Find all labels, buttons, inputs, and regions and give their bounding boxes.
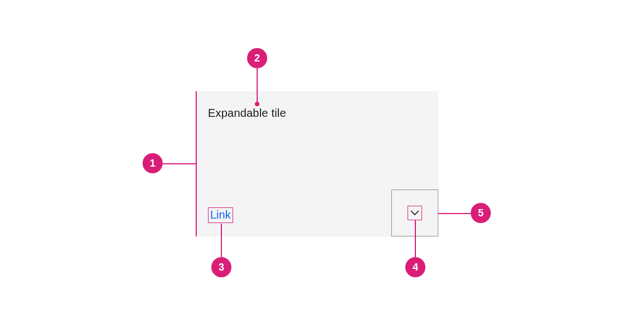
tile-title: Expandable tile [208,107,286,120]
annotation-4-leader [415,220,416,258]
annotation-3-leader [221,224,222,258]
chevron-down-icon [408,206,422,220]
annotation-badge-5-label: 5 [478,207,484,219]
annotation-badge-2-label: 2 [254,53,260,64]
annotation-2-leader [257,68,258,103]
expandable-tile[interactable]: Expandable tile Link [197,91,438,236]
annotation-1-bar [196,91,197,236]
annotation-badge-2: 2 [247,48,267,68]
annotation-badge-1-label: 1 [150,158,155,169]
annotation-2-dot [255,102,259,106]
annotation-badge-3: 3 [211,257,231,277]
diagram-canvas: Expandable tile Link 1 2 3 4 5 [0,0,644,322]
annotation-badge-3-label: 3 [219,262,224,273]
tile-link[interactable]: Link [208,207,233,223]
annotation-badge-4: 4 [405,257,425,277]
annotation-badge-5: 5 [471,203,491,223]
annotation-badge-4-label: 4 [413,262,418,273]
annotation-badge-1: 1 [143,153,163,173]
annotation-5-leader [438,213,471,214]
annotation-1-leader [163,163,196,164]
